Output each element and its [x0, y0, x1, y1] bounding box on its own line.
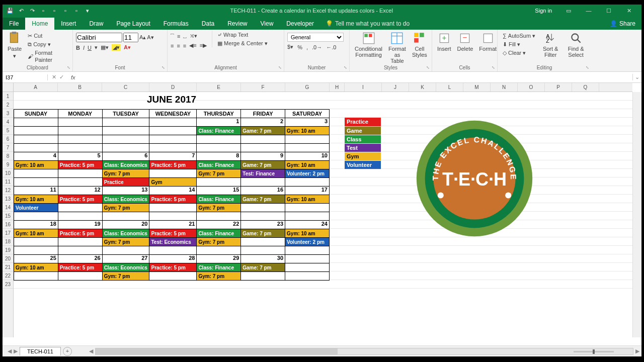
tab-data[interactable]: Data — [195, 18, 221, 30]
tab-draw[interactable]: Draw — [83, 18, 110, 30]
svg-rect-1 — [12, 32, 17, 34]
name-box[interactable]: I37 — [3, 74, 48, 80]
cell-styles-button[interactable]: Cell Styles — [410, 31, 429, 59]
border-button[interactable]: ▦▾ — [101, 44, 109, 51]
formula-bar: I37 ✕✓ fx ⌄ — [3, 72, 641, 83]
signin-link[interactable]: Sign in — [528, 8, 559, 14]
align-top-icon[interactable]: ⎴ — [171, 33, 174, 39]
align-bottom-icon[interactable]: ⎵ — [183, 33, 187, 39]
wrap-text-button[interactable]: ⤶ Wrap Text — [215, 31, 270, 39]
fill-button[interactable]: ⬇ Fill ▾ — [501, 40, 537, 48]
clear-button[interactable]: ◇ Clear ▾ — [501, 49, 537, 57]
tab-home[interactable]: Home — [25, 18, 54, 30]
indent-inc-icon[interactable]: ≡▶ — [200, 42, 207, 49]
tab-insert[interactable]: Insert — [54, 18, 83, 30]
svg-rect-3 — [364, 34, 368, 37]
italic-button[interactable]: I — [83, 45, 85, 51]
align-center-icon[interactable]: ≡ — [177, 43, 180, 49]
share-button[interactable]: 👤 Share — [604, 18, 641, 30]
sheet-nav-prev-icon[interactable]: ◀ — [8, 348, 12, 354]
paste-button[interactable]: Paste▾ — [6, 31, 24, 60]
close-icon[interactable]: ✕ — [619, 8, 638, 14]
merge-center-button[interactable]: ▦ Merge & Center ▾ — [215, 39, 270, 47]
svg-text:Z: Z — [546, 38, 550, 44]
cells-area[interactable]: JUNE 2017SUNDAYMONDAYTUESDAYWEDNESDAYTHU… — [14, 92, 632, 337]
redo-icon[interactable]: ↷ — [29, 7, 36, 14]
comma-icon[interactable]: , — [306, 44, 308, 50]
font-color-button[interactable]: A▾ — [124, 44, 131, 51]
tab-pagelayout[interactable]: Page Layout — [110, 18, 156, 30]
conditional-formatting-button[interactable]: Conditional Formatting — [353, 31, 384, 59]
align-middle-icon[interactable]: ≡ — [177, 33, 180, 39]
qat-icon[interactable]: ▫ — [51, 7, 58, 14]
increase-font-icon[interactable]: A▴ — [139, 34, 146, 41]
qat-icon[interactable]: ▫ — [40, 7, 47, 14]
add-sheet-button[interactable]: + — [63, 347, 72, 356]
tab-file[interactable]: File — [3, 18, 25, 30]
inc-decimal-icon[interactable]: .0→ — [312, 44, 322, 50]
insert-cells-button[interactable]: +Insert — [435, 31, 453, 53]
format-painter-button[interactable]: 🖌 Format Painter — [26, 49, 69, 64]
font-size[interactable] — [123, 33, 138, 42]
svg-rect-8 — [414, 33, 419, 37]
svg-point-26 — [505, 193, 511, 199]
tab-developer[interactable]: Developer — [280, 18, 320, 30]
ribbon-tabs: File Home Insert Draw Page Layout Formul… — [3, 17, 641, 30]
sheet-nav-next-icon[interactable]: ▶ — [14, 348, 18, 354]
save-icon[interactable]: 💾 — [7, 7, 14, 14]
bold-button[interactable]: B — [76, 45, 80, 51]
horizontal-scrollbar[interactable]: ◀ ▶ — [87, 346, 641, 356]
qat-more-icon[interactable]: ▾ — [84, 7, 91, 14]
svg-text:+: + — [442, 33, 446, 42]
delete-cells-button[interactable]: −Delete — [455, 31, 475, 53]
ribbon-options-icon[interactable]: ▭ — [559, 8, 578, 14]
orientation-icon[interactable]: ⤭▾ — [190, 33, 197, 39]
tab-formulas[interactable]: Formulas — [157, 18, 195, 30]
svg-rect-0 — [10, 33, 18, 43]
format-as-table-button[interactable]: Format as Table — [386, 31, 408, 65]
svg-text:T·E·C·H: T·E·C·H — [442, 169, 507, 190]
font-name[interactable] — [76, 33, 122, 42]
fill-color-button[interactable]: ◢▾ — [112, 44, 121, 51]
format-cells-button[interactable]: Format — [477, 31, 499, 53]
maximize-icon[interactable]: ☐ — [599, 8, 618, 14]
fx-icon[interactable]: fx — [68, 74, 78, 80]
align-right-icon[interactable]: ≡ — [183, 43, 186, 49]
dec-decimal-icon[interactable]: ←.0 — [326, 44, 336, 50]
decrease-font-icon[interactable]: A▾ — [147, 34, 153, 41]
autosum-button[interactable]: ∑ AutoSum ▾ — [501, 32, 537, 40]
column-headers[interactable]: ABCDEFGHIJKLMNOPQ — [14, 83, 632, 92]
sheet-tab[interactable]: TECH-011 — [20, 347, 61, 355]
indent-dec-icon[interactable]: ◀≡ — [189, 42, 196, 49]
underline-button[interactable]: U — [88, 45, 92, 51]
svg-text:−: − — [463, 33, 467, 42]
titlebar: 💾 ↶ ↷ ▫ ▫ ▫ ▫ ▾ TECH-011 - Create a cale… — [3, 5, 641, 17]
cancel-formula-icon[interactable]: ✕ — [52, 74, 56, 80]
svg-point-25 — [438, 193, 444, 199]
qat-icon[interactable]: ▫ — [62, 7, 69, 14]
expand-formula-icon[interactable]: ⌄ — [632, 74, 641, 80]
tab-review[interactable]: Review — [221, 18, 254, 30]
accept-formula-icon[interactable]: ✓ — [59, 74, 64, 80]
align-left-icon[interactable]: ≡ — [171, 43, 174, 49]
vertical-scrollbar[interactable] — [632, 92, 641, 337]
select-all-corner[interactable] — [3, 83, 14, 92]
currency-icon[interactable]: $▾ — [287, 44, 293, 50]
find-select-button[interactable]: Find & Select — [564, 31, 588, 59]
sort-filter-button[interactable]: AZSort & Filter — [539, 31, 561, 59]
row-headers[interactable]: 1234567891011121314151617181920212223 — [3, 92, 14, 337]
number-format[interactable]: General — [287, 33, 344, 42]
copy-button[interactable]: ⧉ Copy ▾ — [26, 40, 69, 48]
qat-icon[interactable]: ▫ — [73, 7, 80, 14]
tab-view[interactable]: View — [254, 18, 280, 30]
minimize-icon[interactable]: — — [579, 8, 598, 14]
undo-icon[interactable]: ↶ — [18, 7, 25, 14]
svg-rect-9 — [420, 33, 424, 37]
tell-me[interactable]: 💡 Tell me what you want to do — [320, 18, 415, 30]
calendar-grid[interactable]: SUNDAYMONDAYTUESDAYWEDNESDAYTHURSDAYFRID… — [14, 109, 330, 281]
zoom-slider[interactable] — [574, 351, 614, 352]
cut-button[interactable]: ✂ Cut — [26, 32, 69, 40]
percent-icon[interactable]: % — [297, 44, 302, 50]
svg-rect-4 — [369, 34, 372, 37]
calendar-title: JUNE 2017 — [14, 94, 330, 105]
